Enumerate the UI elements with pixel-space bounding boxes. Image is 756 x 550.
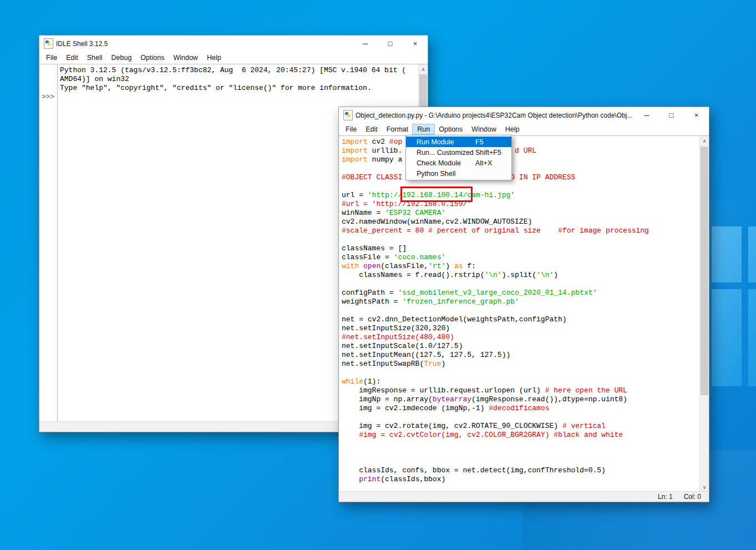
code-line: net = cv2.dnn_DetectionModel(weightsPath… [342, 315, 699, 324]
code-line: with open(classFile,'rt') as f: [342, 262, 699, 271]
editor-maximize-button[interactable]: □ [659, 107, 684, 123]
shell-prompt: >>> [42, 93, 54, 102]
run-menu-item-label: Check Module [406, 159, 475, 167]
editor-code-area[interactable]: import cv2 #opimport urllib. d URLimport… [339, 135, 709, 492]
code-line [342, 440, 699, 448]
run-menu-item-run-customized[interactable]: Run... CustomizedShift+F5 [406, 147, 511, 158]
code-line: import urllib. d URL [342, 147, 699, 155]
shell-output: Python 3.12.5 (tags/v3.12.5:ff3bc82, Aug… [60, 66, 418, 93]
code-line: while(1): [342, 377, 699, 386]
menu-item-options[interactable]: Options [434, 124, 467, 134]
python-file-icon [343, 110, 353, 120]
code-line: print(classIds,bbox) [342, 475, 699, 484]
code-line: #url = 'http://192.168.0.159/' [342, 200, 699, 209]
code-line [342, 413, 699, 422]
run-menu-item-shortcut: Shift+F5 [475, 149, 501, 157]
shell-close-button[interactable]: × [403, 36, 428, 52]
editor-window: Object_detection.py.py - G:\Arduino proj… [338, 107, 709, 502]
code-line [342, 448, 699, 457]
shell-prompt-gutter: >>> [39, 64, 58, 421]
run-menu-item-label: Run Module [406, 138, 475, 146]
code-line: url = 'http://192.168.100.14/cam-hi.jpg' [342, 191, 699, 200]
editor-minimize-button[interactable]: ─ [634, 107, 659, 123]
code-line: net.setInputSize(320,320) [342, 324, 699, 333]
menu-item-file[interactable]: File [42, 53, 62, 63]
run-menu-item-run-module[interactable]: Run ModuleF5 [406, 137, 511, 147]
editor-statusbar: Ln: 1 Col: 0 [339, 491, 709, 502]
menu-item-shell[interactable]: Shell [83, 53, 107, 63]
windows-logo [712, 226, 756, 386]
editor-close-button[interactable]: × [684, 107, 709, 123]
shell-minimize-button[interactable]: ─ [353, 36, 378, 52]
menu-item-window[interactable]: Window [467, 124, 500, 134]
code-line: net.setInputMean((127.5, 127.5, 127.5)) [342, 351, 699, 360]
shell-output-line: Python 3.12.5 (tags/v3.12.5:ff3bc82, Aug… [60, 66, 418, 75]
editor-scrollbar[interactable]: ∧ ∨ [699, 136, 709, 492]
shell-scroll-up-icon[interactable]: ∧ [419, 64, 428, 74]
windows-logo-horizontal-bar [712, 282, 756, 289]
editor-scroll-down-icon[interactable]: ∨ [700, 482, 709, 492]
code-line: cv2.namedWindow(winName,cv2.WINDOW_AUTOS… [342, 218, 699, 226]
run-menu-item-check-module[interactable]: Check ModuleAlt+X [406, 158, 511, 168]
code-line: #scale_percent = 80 # percent of origina… [342, 226, 699, 235]
shell-titlebar[interactable]: IDLE Shell 3.12.5 ─ □ × [39, 36, 428, 52]
code-line: net.setInputSwapRB(True) [342, 360, 699, 369]
menu-item-window[interactable]: Window [169, 53, 202, 63]
menu-item-debug[interactable]: Debug [107, 53, 136, 63]
menu-item-edit[interactable]: Edit [361, 124, 382, 134]
code-line [342, 182, 699, 191]
code-line: img = cv2.rotate(img, cv2.ROTATE_90_CLOC… [342, 422, 699, 431]
editor-scroll-up-icon[interactable]: ∧ [700, 136, 709, 145]
code-line: net.setInputScale(1.0/127.5) [342, 342, 699, 351]
code-line: #OBJECT CLASSI O IN IP ADDRESS [342, 173, 699, 182]
code-line [342, 235, 699, 244]
editor-scrollbar-thumb[interactable] [701, 147, 708, 395]
shell-window-title: IDLE Shell 3.12.5 [56, 40, 108, 48]
code-line: import numpy a [342, 155, 699, 164]
code-line [342, 164, 699, 173]
code-line: classNames = f.read().rstrip('\n').split… [342, 271, 699, 280]
code-line: weightsPath = 'frozen_inference_graph.pb… [342, 297, 699, 306]
editor-menubar: FileEditFormatRunOptionsWindowHelp [339, 123, 709, 136]
code-line [342, 369, 699, 377]
run-menu-dropdown: Run ModuleF5Run... CustomizedShift+F5Che… [405, 135, 512, 180]
code-line: import cv2 #op [342, 138, 699, 147]
menu-item-file[interactable]: File [341, 124, 361, 134]
run-menu-item-shortcut: F5 [475, 138, 484, 146]
menu-item-options[interactable]: Options [136, 53, 169, 63]
status-line-indicator: Ln: 1 [654, 493, 681, 501]
code-line: imgResponse = urllib.request.urlopen (ur… [342, 386, 699, 395]
menu-item-help[interactable]: Help [202, 53, 226, 63]
code-text: import cv2 #opimport urllib. d URLimport… [342, 138, 699, 484]
shell-maximize-button[interactable]: □ [378, 36, 403, 52]
menu-item-edit[interactable]: Edit [62, 53, 83, 63]
code-line: classNames = [] [342, 244, 699, 253]
run-menu-item-python-shell[interactable]: Python Shell [406, 168, 511, 179]
shell-output-line: AMD64)] on win32 [60, 75, 418, 84]
shell-menubar: FileEditShellDebugOptionsWindowHelp [39, 52, 428, 64]
code-line: #img = cv2.cvtColor(img, cv2.COLOR_BGR2G… [342, 431, 699, 440]
editor-titlebar[interactable]: Object_detection.py.py - G:\Arduino proj… [339, 107, 709, 123]
code-line [342, 306, 699, 315]
code-line: #net.setInputSize(480,480) [342, 333, 699, 342]
run-menu-item-label: Run... Customized [406, 149, 475, 157]
ip-address-highlight-box [400, 186, 473, 202]
code-line: configPath = 'ssd_mobilenet_v3_large_coc… [342, 289, 699, 297]
python-file-icon [44, 38, 53, 49]
code-line [342, 280, 699, 289]
windows-logo-vertical-bar [742, 226, 748, 386]
run-menu-item-label: Python Shell [406, 170, 475, 178]
code-line: classIds, confs, bbox = net.detect(img,c… [342, 466, 699, 475]
status-col-indicator: Col: 0 [681, 493, 709, 501]
code-line: imgNp = np.array(bytearray(imgResponse.r… [342, 395, 699, 404]
shell-output-line: Type "help", "copyright", "credits" or "… [60, 84, 418, 93]
windows-logo-glare [712, 226, 756, 386]
code-line: img = cv2.imdecode (imgNp,-1) #decodific… [342, 404, 699, 413]
code-line [342, 457, 699, 466]
run-menu-item-shortcut: Alt+X [475, 159, 492, 167]
menu-item-help[interactable]: Help [501, 124, 524, 134]
code-line: classFile = 'coco.names' [342, 253, 699, 262]
menu-item-run[interactable]: Run [413, 124, 434, 134]
editor-window-title: Object_detection.py.py - G:\Arduino proj… [356, 112, 632, 119]
menu-item-format[interactable]: Format [382, 124, 413, 134]
